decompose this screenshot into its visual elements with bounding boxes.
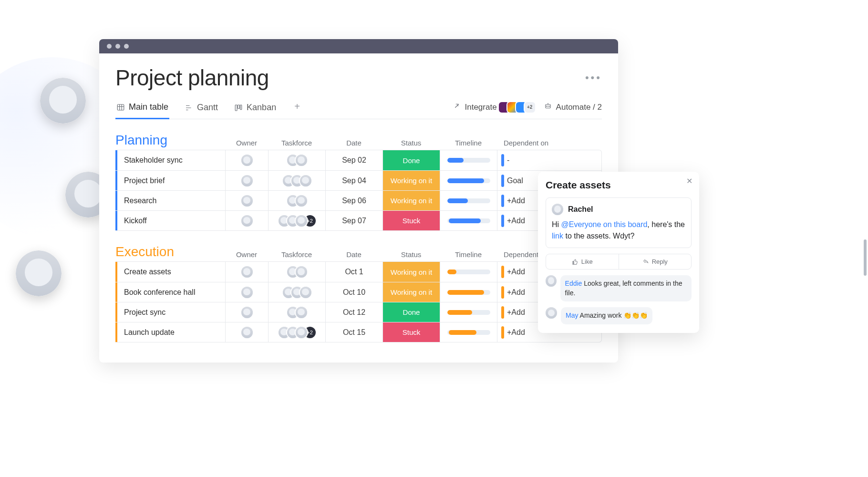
view-tab-label: Main table: [129, 102, 168, 112]
date-cell[interactable]: Sep 02: [325, 150, 382, 170]
task-name[interactable]: Stakeholder sync: [115, 150, 225, 170]
avatar[interactable]: [296, 327, 307, 338]
owner-cell[interactable]: [225, 211, 268, 230]
avatar[interactable]: [296, 266, 307, 278]
timeline-cell[interactable]: [440, 171, 497, 190]
timeline-cell[interactable]: [440, 302, 497, 322]
taskforce-cell[interactable]: [268, 262, 325, 282]
add-view-button[interactable]: +: [291, 101, 303, 117]
dependent-cell[interactable]: -: [497, 150, 555, 170]
integrate-button[interactable]: Integrate +2: [453, 102, 535, 113]
group-title[interactable]: Planning: [115, 133, 225, 150]
taskforce-cell[interactable]: [268, 150, 325, 170]
status-cell[interactable]: Stuck: [382, 211, 440, 230]
avatar[interactable]: [241, 307, 253, 318]
avatar[interactable]: [300, 175, 311, 187]
date-cell[interactable]: Oct 15: [325, 322, 382, 342]
avatar[interactable]: [296, 155, 307, 166]
taskforce-cell[interactable]: [268, 171, 325, 190]
task-row[interactable]: Launch update +2 Oct 15 Stuck +Add: [115, 322, 601, 342]
integration-overflow[interactable]: +2: [525, 102, 535, 113]
col-timeline: Timeline: [440, 250, 497, 261]
avatar[interactable]: [241, 155, 253, 166]
owner-cell[interactable]: [225, 191, 268, 210]
avatar[interactable]: [241, 327, 253, 338]
date-cell[interactable]: Sep 07: [325, 211, 382, 230]
view-tab-kanban[interactable]: Kanban: [233, 100, 277, 118]
task-name[interactable]: Kickoff: [115, 211, 225, 230]
timeline-cell[interactable]: [440, 211, 497, 230]
like-button[interactable]: Like: [546, 254, 619, 269]
taskforce-cell[interactable]: [268, 282, 325, 302]
board-title[interactable]: Project planning: [115, 65, 269, 91]
asset-link[interactable]: link: [552, 232, 563, 240]
timeline-cell[interactable]: [440, 150, 497, 170]
task-row[interactable]: Project sync Oct 12 Done +Add: [115, 302, 601, 322]
avatar[interactable]: [241, 195, 253, 207]
avatar[interactable]: [241, 175, 253, 187]
col-timeline: Timeline: [440, 139, 497, 150]
task-name[interactable]: Project brief: [115, 171, 225, 190]
owner-cell[interactable]: [225, 171, 268, 190]
taskforce-cell[interactable]: +2: [268, 322, 325, 342]
date-cell[interactable]: Oct 10: [325, 282, 382, 302]
task-row[interactable]: Create assets Oct 1 Working on it +Add: [115, 262, 601, 282]
task-row[interactable]: Stakeholder sync Sep 02 Done -: [115, 150, 601, 170]
status-cell[interactable]: Done: [382, 302, 440, 322]
task-name[interactable]: Launch update: [115, 322, 225, 342]
avatar: [552, 204, 563, 215]
close-icon[interactable]: ✕: [686, 176, 692, 186]
automate-button[interactable]: Automate / 2: [544, 102, 602, 113]
timeline-cell[interactable]: [440, 322, 497, 342]
avatar[interactable]: [241, 215, 253, 227]
taskforce-cell[interactable]: [268, 191, 325, 210]
reply-text: Looks great, left comments in the file.: [565, 280, 682, 297]
avatar[interactable]: [241, 287, 253, 298]
mention[interactable]: @Everyone on this board: [561, 220, 648, 228]
task-name[interactable]: Research: [115, 191, 225, 210]
avatar: [546, 307, 557, 319]
task-row[interactable]: Book conference hall Oct 10 Working on i…: [115, 282, 601, 302]
board-menu-button[interactable]: •••: [585, 72, 602, 84]
group-rows: Create assets Oct 1 Working on it +Add B…: [115, 261, 602, 342]
timeline-cell[interactable]: [440, 282, 497, 302]
owner-cell[interactable]: [225, 282, 268, 302]
status-cell[interactable]: Working on it: [382, 262, 440, 282]
owner-cell[interactable]: [225, 302, 268, 322]
taskforce-cell[interactable]: [268, 302, 325, 322]
task-row[interactable]: Project brief Sep 04 Working on it Goal: [115, 170, 601, 190]
timeline-cell[interactable]: [440, 191, 497, 210]
task-name[interactable]: Project sync: [115, 302, 225, 322]
status-cell[interactable]: Working on it: [382, 171, 440, 190]
avatar[interactable]: [241, 266, 253, 278]
avatar[interactable]: [300, 287, 311, 298]
task-name[interactable]: Create assets: [115, 262, 225, 282]
status-cell[interactable]: Stuck: [382, 322, 440, 342]
owner-cell[interactable]: [225, 150, 268, 170]
date-cell[interactable]: Sep 04: [325, 171, 382, 190]
task-row[interactable]: Kickoff +2 Sep 07 Stuck +Add: [115, 210, 601, 230]
group-title[interactable]: Execution: [115, 244, 225, 261]
status-cell[interactable]: Done: [382, 150, 440, 170]
svg-point-12: [548, 106, 549, 107]
date-cell[interactable]: Oct 1: [325, 262, 382, 282]
svg-rect-9: [240, 105, 242, 110]
date-cell[interactable]: Sep 06: [325, 191, 382, 210]
taskforce-cell[interactable]: +2: [268, 211, 325, 230]
task-name[interactable]: Book conference hall: [115, 282, 225, 302]
avatar[interactable]: [296, 215, 307, 227]
timeline-cell[interactable]: [440, 262, 497, 282]
status-cell[interactable]: Working on it: [382, 191, 440, 210]
avatar[interactable]: [296, 307, 307, 318]
col-date: Date: [325, 250, 382, 261]
date-cell[interactable]: Oct 12: [325, 302, 382, 322]
status-cell[interactable]: Working on it: [382, 282, 440, 302]
view-tab-gantt[interactable]: Gantt: [184, 100, 219, 118]
view-tab-main[interactable]: Main table: [115, 99, 169, 119]
scrollbar-thumb[interactable]: [864, 239, 867, 276]
avatar[interactable]: [296, 195, 307, 207]
owner-cell[interactable]: [225, 262, 268, 282]
owner-cell[interactable]: [225, 322, 268, 342]
reply-button[interactable]: Reply: [619, 254, 692, 269]
task-row[interactable]: Research Sep 06 Working on it +Add: [115, 190, 601, 210]
